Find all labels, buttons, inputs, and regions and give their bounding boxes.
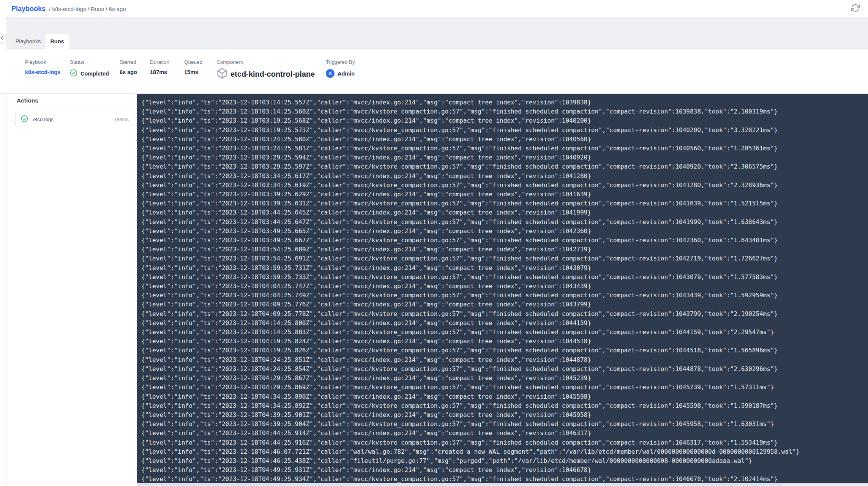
- log-line: {"level":"info","ts":"2023-12-18T04:14:2…: [141, 319, 866, 328]
- log-line: {"level":"info","ts":"2023-12-18T03:59:2…: [141, 264, 866, 273]
- log-line: {"level":"info","ts":"2023-12-18T04:04:2…: [141, 291, 866, 300]
- log-scrollbar-thumb[interactable]: [137, 484, 783, 486]
- log-line: {"level":"info","ts":"2023-12-18T03:34:2…: [141, 181, 866, 190]
- playbook-label: Playbook: [25, 59, 60, 65]
- log-output[interactable]: {"level":"info","ts":"2023-12-18T03:14:2…: [137, 94, 868, 486]
- log-line: {"level":"info","ts":"2023-12-18T03:14:2…: [141, 107, 866, 116]
- refresh-button[interactable]: [851, 4, 860, 14]
- started-value: 6s ago: [120, 69, 137, 75]
- status-value: Completed: [80, 71, 109, 77]
- log-line: {"level":"info","ts":"2023-12-18T04:09:2…: [141, 300, 866, 309]
- field-status: Status Completed: [70, 59, 109, 78]
- log-line: {"level":"info","ts":"2023-12-18T03:54:2…: [141, 245, 866, 254]
- log-line: {"level":"info","ts":"2023-12-18T03:39:2…: [141, 190, 866, 199]
- collapse-panel-button[interactable]: [0, 33, 7, 44]
- log-line: {"level":"info","ts":"2023-12-18T04:34:2…: [141, 392, 866, 401]
- log-line: {"level":"info","ts":"2023-12-18T03:59:2…: [141, 273, 866, 282]
- breadcrumb: Playbooks / k8s-etcd-logs / Runs / 6s ag…: [11, 0, 126, 17]
- breadcrumb-playbooks-link[interactable]: Playbooks: [11, 5, 46, 13]
- log-line: {"level":"info","ts":"2023-12-18T04:44:2…: [141, 438, 866, 447]
- log-line: {"level":"info","ts":"2023-12-18T03:49:2…: [141, 227, 866, 236]
- log-line: {"level":"info","ts":"2023-12-18T03:29:2…: [141, 153, 866, 162]
- log-line: {"level":"info","ts":"2023-12-18T04:46:0…: [141, 447, 866, 456]
- log-line: {"level":"info","ts":"2023-12-18T04:29:2…: [141, 383, 866, 392]
- run-details-card: Playbook k8s-etcd-logs Status Completed …: [0, 49, 868, 94]
- duration-label: Duration: [150, 59, 169, 65]
- log-line: {"level":"info","ts":"2023-12-18T04:39:2…: [141, 410, 866, 420]
- component-label: Component: [216, 59, 315, 65]
- playbook-link[interactable]: k8s-etcd-logs: [25, 69, 60, 75]
- actions-panel-title: Actions: [17, 97, 38, 104]
- log-line: {"level":"info","ts":"2023-12-18T03:44:2…: [141, 218, 866, 227]
- log-line: {"level":"info","ts":"2023-12-18T04:19:2…: [141, 346, 866, 355]
- log-line: {"level":"info","ts":"2023-12-18T04:29:2…: [141, 374, 866, 383]
- queued-value: 15ms: [184, 69, 198, 75]
- check-circle-icon: [70, 69, 77, 78]
- field-duration: Duration 187ms: [150, 59, 169, 75]
- log-line: {"level":"info","ts":"2023-12-18T04:49:2…: [141, 475, 866, 484]
- field-playbook: Playbook k8s-etcd-logs: [25, 59, 60, 75]
- duration-value: 187ms: [150, 69, 167, 75]
- log-line: {"level":"info","ts":"2023-12-18T04:24:2…: [141, 355, 866, 364]
- action-duration: 189ms: [114, 117, 129, 122]
- check-circle-icon: [21, 115, 28, 124]
- log-horizontal-scrollbar[interactable]: [137, 483, 868, 486]
- log-line: {"level":"info","ts":"2023-12-18T03:34:2…: [141, 172, 866, 181]
- log-line: {"level":"info","ts":"2023-12-18T04:46:2…: [141, 456, 866, 465]
- log-line: {"level":"info","ts":"2023-12-18T03:19:2…: [141, 126, 866, 135]
- log-line: {"level":"info","ts":"2023-12-18T04:09:2…: [141, 309, 866, 319]
- queued-label: Queued: [184, 59, 202, 65]
- started-label: Started: [120, 59, 137, 65]
- log-line: {"level":"info","ts":"2023-12-18T04:19:2…: [141, 337, 866, 346]
- breadcrumb-trail: / k8s-etcd-logs / Runs / 6s ago: [49, 6, 126, 12]
- log-line: {"level":"info","ts":"2023-12-18T03:29:2…: [141, 162, 866, 171]
- status-label: Status: [70, 59, 109, 65]
- chevron-left-icon: [0, 35, 5, 42]
- log-line: {"level":"info","ts":"2023-12-18T03:19:2…: [141, 116, 866, 125]
- log-line: {"level":"info","ts":"2023-12-18T04:44:2…: [141, 429, 866, 438]
- tab-runs[interactable]: Runs: [44, 34, 70, 49]
- field-queued: Queued 15ms: [184, 59, 202, 75]
- avatar: A: [326, 69, 335, 78]
- log-line: {"level":"info","ts":"2023-12-18T04:49:2…: [141, 465, 866, 475]
- log-line: {"level":"info","ts":"2023-12-18T03:54:2…: [141, 254, 866, 263]
- log-line: {"level":"info","ts":"2023-12-18T04:14:2…: [141, 328, 866, 337]
- field-triggered-by: Triggered By A Admin: [326, 59, 355, 78]
- action-name: etcd logs: [33, 117, 109, 122]
- triggered-by-label: Triggered By: [326, 59, 355, 65]
- log-line: {"level":"info","ts":"2023-12-18T03:44:2…: [141, 208, 866, 217]
- tab-playbooks[interactable]: Playbooks: [9, 34, 47, 49]
- component-value: etcd-kind-control-plane: [230, 70, 315, 79]
- triggered-by-value: Admin: [338, 71, 355, 77]
- action-item-etcd-logs[interactable]: etcd logs 189ms: [15, 112, 134, 127]
- log-line: {"level":"info","ts":"2023-12-18T03:24:2…: [141, 144, 866, 153]
- log-line: {"level":"info","ts":"2023-12-18T04:39:2…: [141, 420, 866, 429]
- tab-strip: Playbooks Runs: [7, 17, 868, 49]
- log-line: {"level":"info","ts":"2023-12-18T03:39:2…: [141, 199, 866, 208]
- field-component: Component etcd-kind-control-plane: [216, 59, 315, 81]
- log-line: {"level":"info","ts":"2023-12-18T03:24:2…: [141, 135, 866, 144]
- refresh-icon: [851, 3, 860, 14]
- log-line: {"level":"info","ts":"2023-12-18T04:34:2…: [141, 401, 866, 410]
- log-line: {"level":"info","ts":"2023-12-18T03:49:2…: [141, 236, 866, 245]
- field-started: Started 6s ago: [120, 59, 137, 75]
- log-line: {"level":"info","ts":"2023-12-18T03:14:2…: [141, 98, 866, 107]
- log-line: {"level":"info","ts":"2023-12-18T04:04:2…: [141, 282, 866, 291]
- log-line: {"level":"info","ts":"2023-12-18T04:24:2…: [141, 364, 866, 374]
- cube-icon: [216, 67, 228, 81]
- top-bar: Playbooks / k8s-etcd-logs / Runs / 6s ag…: [0, 0, 868, 17]
